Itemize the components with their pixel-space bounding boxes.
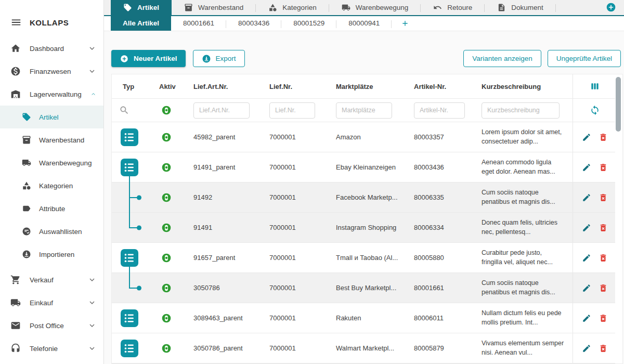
sidebar-subitem-warenbestand[interactable]: Warenbestand <box>0 128 103 151</box>
tree-branch <box>129 227 137 228</box>
cell-artikel-nr: 80001661 <box>412 284 480 292</box>
article-tab-80001661[interactable]: 80001661 <box>171 16 226 31</box>
cell-lief-nr: 7000001 <box>268 314 334 322</box>
filter-artikel-nr-input[interactable] <box>414 102 465 119</box>
sidebar-nav: Dashboard Finanzwesen Lagerverwaltung Ar… <box>0 37 103 360</box>
table-row[interactable]: 3050786_parent 7000001 Walmart Marketpl.… <box>112 333 615 363</box>
article-tab-alle-artikel[interactable]: Alle Artikel <box>111 16 171 31</box>
delete-icon[interactable] <box>599 163 608 172</box>
toolbar: Neuer Artikel Export Varianten anzeigen … <box>111 50 624 67</box>
new-article-button[interactable]: Neuer Artikel <box>111 50 186 67</box>
table-row[interactable]: 91657_parent 7000001 Tmall и Taobao (Al.… <box>112 243 615 273</box>
tab-warenbewegung[interactable]: Warenbewegung <box>329 0 421 15</box>
sidebar-subitem-auswahllisten[interactable]: Auswahllisten <box>0 220 103 243</box>
active-filter-toggle-icon[interactable] <box>161 105 172 115</box>
edit-icon[interactable] <box>582 133 591 142</box>
content: Neuer Artikel Export Varianten anzeigen … <box>104 31 624 364</box>
article-tab-80000941[interactable]: 80000941 <box>336 16 392 31</box>
tab-kategorien[interactable]: Kategorien <box>256 0 329 15</box>
parent-article-icon[interactable] <box>121 128 138 146</box>
delete-icon[interactable] <box>599 133 608 142</box>
playlist-icon <box>22 227 31 236</box>
filter-lief-nr-input[interactable] <box>269 102 315 119</box>
edit-icon[interactable] <box>582 193 591 202</box>
column-header-kurzbeschreibung: Kurzbeschreibung <box>480 83 573 90</box>
show-variants-button[interactable]: Varianten anzeigen <box>463 50 541 67</box>
article-tab-80003436[interactable]: 80003436 <box>226 16 281 31</box>
vertical-scrollbar[interactable] <box>615 76 621 362</box>
cell-lief-nr: 7000001 <box>268 344 334 352</box>
sidebar-subitem-artikel[interactable]: Artikel <box>0 106 103 128</box>
sidebar-item-lagerverwaltung[interactable]: Lagerverwaltung <box>0 83 103 106</box>
parent-article-icon[interactable] <box>121 340 138 357</box>
table-row[interactable]: 91491_parent 7000001 Ebay Kleinanzeigen … <box>112 152 615 183</box>
delete-icon[interactable] <box>599 253 608 263</box>
sidebar-subitem-warenbewegung[interactable]: Warenbewegung <box>0 151 103 174</box>
article-tab-80001529[interactable]: 80001529 <box>281 16 336 31</box>
export-button[interactable]: Export <box>193 50 245 67</box>
edit-icon[interactable] <box>582 344 591 353</box>
add-article-tab-button[interactable] <box>392 16 419 31</box>
chevron-down-icon <box>88 67 96 75</box>
table-row[interactable]: 3089463_parent 7000001 Rakuten 80006011 … <box>112 303 615 333</box>
delete-icon[interactable] <box>599 314 608 323</box>
sidebar-item-einkauf[interactable]: Einkauf <box>0 291 103 314</box>
active-status-icon <box>161 253 172 263</box>
sidebar-item-dashboard[interactable]: Dashboard <box>0 37 103 60</box>
chevron-down-icon <box>88 44 96 53</box>
table-row[interactable]: 91491 7000001 Instagram Shopping 8000633… <box>112 213 615 243</box>
cell-artikel-nr: 80005879 <box>412 344 480 352</box>
import-icon <box>22 250 31 259</box>
category-icon <box>22 181 31 190</box>
truck-icon <box>10 297 21 308</box>
sidebar-item-verkauf[interactable]: Verkauf <box>0 268 103 291</box>
sidebar-item-telefonie[interactable]: Telefonie <box>0 337 103 360</box>
unverified-articles-button[interactable]: Ungeprüfte Artikel <box>548 50 621 67</box>
document-icon <box>497 3 506 12</box>
parent-article-icon[interactable] <box>121 249 138 267</box>
filter-marktplaetze-input[interactable] <box>336 102 392 119</box>
table-row[interactable]: 45982_parent 7000001 Amazon 80003357 Lor… <box>112 122 615 152</box>
filter-lief-art-nr-input[interactable] <box>193 102 250 119</box>
sidebar-subitem-importieren[interactable]: Importieren <box>0 243 103 266</box>
edit-icon[interactable] <box>582 283 591 293</box>
columns-settings-icon[interactable] <box>590 81 600 92</box>
sidebar-subitem-kategorien[interactable]: Kategorien <box>0 174 103 197</box>
filter-kurzbeschreibung-input[interactable] <box>482 102 560 119</box>
tag-icon <box>22 112 31 122</box>
cell-artikel-nr: 80003357 <box>412 133 480 141</box>
scrollbar-thumb[interactable] <box>616 77 621 132</box>
tab-dokument[interactable]: Dokument <box>485 0 556 15</box>
tab-artikel[interactable]: Artikel <box>111 0 172 15</box>
new-article-label: Neuer Artikel <box>134 55 177 62</box>
sidebar-subitem-attribute[interactable]: Attribute <box>0 197 103 220</box>
edit-icon[interactable] <box>582 314 591 323</box>
delete-icon[interactable] <box>599 193 608 202</box>
delete-icon[interactable] <box>599 223 608 232</box>
refresh-icon[interactable] <box>590 105 600 115</box>
edit-icon[interactable] <box>582 223 591 232</box>
delete-icon[interactable] <box>599 344 608 353</box>
table-row[interactable]: 91492 7000001 Facebook Marketp... 800063… <box>112 183 615 213</box>
edit-icon[interactable] <box>582 163 591 172</box>
sidebar-item-finanzwesen[interactable]: Finanzwesen <box>0 60 103 83</box>
tree-connector <box>129 212 130 228</box>
cell-lief-nr: 7000001 <box>268 133 334 141</box>
table-row[interactable]: 3050786 7000001 Best Buy Marketpl... 800… <box>112 273 615 303</box>
active-status-icon <box>161 313 172 323</box>
tab-retoure[interactable]: Retoure <box>421 0 485 15</box>
delete-icon[interactable] <box>599 283 608 293</box>
tab-warenbestand[interactable]: Warenbestand <box>172 0 256 15</box>
add-module-tab-button[interactable] <box>606 2 616 12</box>
menu-icon[interactable] <box>10 17 22 28</box>
edit-icon[interactable] <box>582 253 591 263</box>
column-header-marktplaetze: Marktplätze <box>334 83 412 90</box>
active-status-icon <box>161 343 172 354</box>
active-status-icon <box>161 192 172 203</box>
parent-article-icon[interactable] <box>121 159 138 176</box>
sidebar-item-post-office[interactable]: Post Office <box>0 314 103 337</box>
label-icon <box>22 204 31 213</box>
parent-article-icon[interactable] <box>121 309 138 327</box>
cell-artikel-nr: 80003436 <box>412 163 480 171</box>
finance-icon <box>10 66 21 76</box>
